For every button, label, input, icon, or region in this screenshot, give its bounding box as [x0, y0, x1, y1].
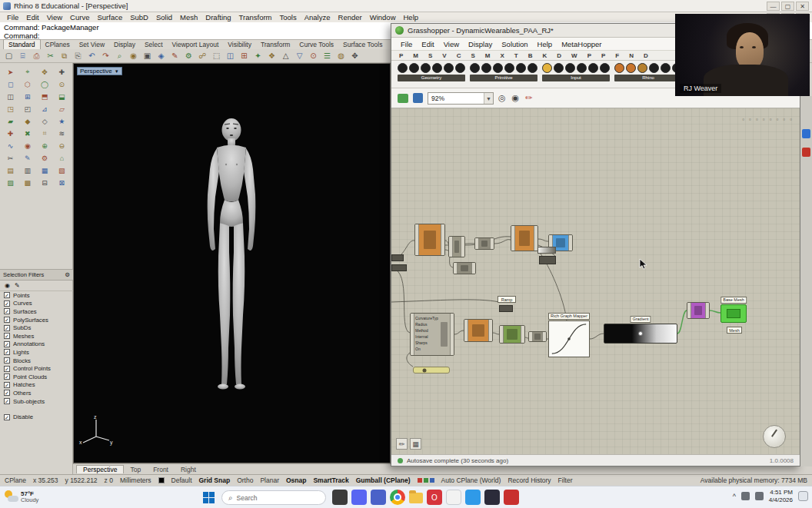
gh-menu-metahopper[interactable]: MetaHopper — [557, 40, 606, 48]
gh-category-tab-17[interactable]: D — [644, 52, 648, 59]
output-pins[interactable] — [542, 332, 546, 341]
component-icon[interactable] — [614, 63, 624, 73]
toolbar-tab-standard[interactable]: Standard — [3, 39, 41, 49]
status-default[interactable]: Default — [171, 476, 192, 484]
red-app[interactable] — [504, 490, 519, 505]
filter-checkbox[interactable]: ✓ — [4, 325, 10, 331]
gh-menu-help[interactable]: Help — [533, 40, 557, 48]
toolbar-tab-set-view[interactable]: Set View — [75, 40, 109, 49]
gh-node-panel[interactable] — [391, 254, 404, 261]
human-figure-model[interactable] — [181, 113, 281, 425]
status-auto-cplane-world-[interactable]: Auto CPlane (World) — [441, 476, 501, 484]
tool-palette-icon-37[interactable]: ▩ — [19, 177, 35, 188]
filter-hatches[interactable]: ✓Hatches — [0, 381, 73, 390]
tool-palette-icon-6[interactable]: ◯ — [37, 78, 53, 90]
filter-meshes[interactable]: ✓Meshes — [0, 332, 73, 340]
filter-subds[interactable]: ✓SubDs — [0, 324, 73, 332]
tool-palette-icon-16[interactable]: ▰ — [2, 115, 18, 127]
component-icon[interactable] — [504, 63, 514, 73]
canvas-widget-icon-1[interactable]: ▫ — [749, 116, 751, 123]
tool-palette-icon-34[interactable]: ▦ — [37, 164, 53, 176]
tray-chevron-icon[interactable]: ^ — [733, 493, 736, 500]
menu-window[interactable]: Window — [366, 13, 400, 22]
tool-palette-icon-27[interactable]: ⊖ — [54, 140, 70, 151]
gh-node-ramp[interactable]: Ramp — [498, 296, 516, 303]
status-cplane[interactable]: CPlane — [5, 476, 26, 484]
menu-surface[interactable]: Surface — [93, 13, 126, 22]
gh-node-deconstruct-mesh[interactable]: Deconstruct Mesh — [414, 224, 445, 256]
gh-node-mesh[interactable]: Mesh — [727, 327, 742, 334]
canvas-widget-icon-0[interactable]: ▫ — [742, 116, 744, 123]
output-pins[interactable] — [450, 314, 454, 355]
gh-node-panel[interactable] — [499, 305, 513, 312]
filter-checkbox[interactable]: ✓ — [4, 366, 10, 372]
menu-mesh[interactable]: Mesh — [176, 13, 201, 22]
tool-palette-icon-7[interactable]: ⊙ — [54, 78, 70, 90]
menu-edit[interactable]: Edit — [22, 13, 42, 22]
filter-checkbox[interactable]: ✓ — [4, 374, 10, 380]
component-icon[interactable] — [516, 63, 526, 73]
gh-node-comp[interactable] — [448, 236, 465, 257]
layer-color-swatch[interactable] — [158, 477, 165, 483]
tool-palette-icon-19[interactable]: ★ — [54, 115, 70, 127]
tool-palette-icon-33[interactable]: ▥ — [19, 164, 35, 176]
tool-palette-icon-11[interactable]: ⬓ — [54, 91, 70, 102]
toolbar-icon-1[interactable]: ⌸ — [16, 50, 29, 61]
toolbar-tab-transform[interactable]: Transform — [256, 40, 295, 49]
filter-checkbox[interactable]: ✓ — [4, 292, 10, 298]
status-smarttrack[interactable]: SmartTrack — [313, 476, 348, 484]
output-pins[interactable] — [441, 224, 444, 255]
chrome[interactable] — [390, 490, 405, 505]
gh-node-panel[interactable] — [391, 264, 407, 271]
open-file-icon[interactable] — [398, 94, 408, 103]
component-icon[interactable] — [470, 63, 480, 73]
toolbar-icon-0[interactable]: ▢ — [2, 50, 15, 61]
toolbar-icon-16[interactable]: ◫ — [224, 50, 237, 61]
status-osnap[interactable]: Osnap — [286, 476, 306, 484]
gh-category-tab-15[interactable]: F — [615, 52, 619, 59]
tool-palette-icon-9[interactable]: ⊞ — [19, 91, 35, 102]
component-icon[interactable] — [600, 63, 610, 73]
filter-points[interactable]: ✓Points — [0, 291, 73, 300]
output-pins[interactable] — [705, 303, 709, 318]
toolbar-icon-11[interactable]: ◈ — [155, 50, 168, 61]
status-ortho[interactable]: Ortho — [237, 476, 253, 484]
component-icon[interactable] — [626, 63, 636, 73]
gh-menu-file[interactable]: File — [396, 40, 417, 48]
vscode[interactable] — [465, 490, 481, 505]
filter-point-clouds[interactable]: ✓Point Clouds — [0, 373, 73, 381]
tool-palette-icon-26[interactable]: ⊕ — [37, 140, 53, 151]
canvas-widget-icon-2[interactable]: ▫ — [756, 116, 758, 123]
filter-checkbox[interactable]: ✓ — [4, 357, 10, 364]
canvas-widget-icon-3[interactable]: ▫ — [763, 116, 765, 123]
component-icon[interactable] — [649, 63, 659, 73]
viewport-tab-top[interactable]: Top — [124, 466, 147, 473]
gh-category-tab-11[interactable]: D — [557, 52, 561, 59]
filter-surfaces[interactable]: ✓Surfaces — [0, 307, 73, 316]
component-icon[interactable] — [481, 63, 491, 73]
toolbar-icon-4[interactable]: ⧉ — [58, 50, 71, 61]
component-icon[interactable] — [444, 63, 454, 73]
toolbar-tab-display[interactable]: Display — [109, 40, 140, 49]
gh-category-tab-14[interactable]: P — [601, 52, 605, 59]
gh-category-tab-6[interactable]: M — [485, 52, 491, 59]
panel-options-icon[interactable]: ⚙ — [65, 271, 70, 278]
menu-curve[interactable]: Curve — [66, 13, 93, 22]
filter-checkbox[interactable]: ✓ — [4, 317, 10, 323]
toolbar-icon-15[interactable]: ⬚ — [210, 50, 223, 61]
tool-palette-icon-15[interactable]: ▱ — [54, 103, 70, 115]
component-icon[interactable] — [455, 63, 465, 73]
component-icon[interactable] — [409, 63, 419, 73]
toolbar-tab-select[interactable]: Select — [140, 40, 168, 49]
filter-checkbox[interactable]: ✓ — [4, 390, 10, 396]
gh-node-gradient[interactable]: Gradient — [604, 324, 677, 344]
taskbar-clock[interactable]: 4:51 PM 4/4/2026 — [769, 489, 793, 503]
disable-checkbox[interactable]: ✓ — [4, 414, 10, 420]
gh-menu-solution[interactable]: Solution — [497, 40, 532, 48]
toolbar-icon-2[interactable]: ⎙ — [30, 50, 43, 61]
toolbar-tab-viewport-layout[interactable]: Viewport Layout — [168, 40, 224, 49]
output-pins[interactable] — [471, 263, 475, 274]
gh-category-tab-7[interactable]: X — [501, 52, 504, 59]
viewport-tab-right[interactable]: Right — [175, 466, 202, 473]
gh-category-tab-12[interactable]: W — [571, 52, 577, 59]
